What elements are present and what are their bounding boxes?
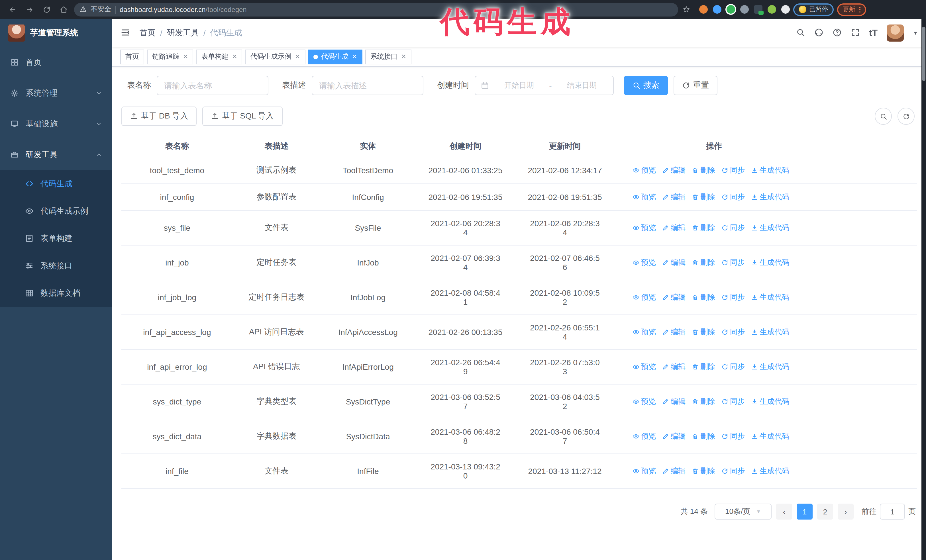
row-action-preview[interactable]: 预览	[632, 165, 656, 175]
row-action-delete[interactable]: 删除	[692, 223, 715, 233]
row-action-sync[interactable]: 同步	[722, 397, 745, 407]
row-action-delete[interactable]: 删除	[692, 165, 715, 175]
row-action-preview[interactable]: 预览	[632, 466, 656, 476]
row-action-preview[interactable]: 预览	[632, 258, 656, 268]
table-desc-input[interactable]	[312, 76, 424, 95]
row-action-generate[interactable]: 生成代码	[751, 165, 789, 175]
browser-update-button[interactable]: 更新	[837, 3, 866, 16]
row-action-sync[interactable]: 同步	[722, 292, 745, 302]
browser-menu-icon[interactable]	[859, 6, 861, 12]
row-action-delete[interactable]: 删除	[692, 431, 715, 442]
help-icon[interactable]	[832, 28, 842, 38]
tab-5[interactable]: 系统接口✕	[365, 49, 412, 64]
sidebar-item-0[interactable]: 首页	[0, 47, 112, 78]
row-action-generate[interactable]: 生成代码	[751, 362, 789, 372]
row-action-generate[interactable]: 生成代码	[751, 292, 789, 302]
row-action-edit[interactable]: 编辑	[662, 327, 685, 337]
app-logo[interactable]: 芋道管理系统	[0, 19, 112, 47]
reset-button[interactable]: 重置	[673, 76, 717, 95]
row-action-edit[interactable]: 编辑	[662, 165, 685, 175]
user-avatar[interactable]	[887, 24, 904, 42]
row-action-generate[interactable]: 生成代码	[751, 431, 789, 442]
page-button-2[interactable]: 2	[817, 504, 833, 519]
white-puzzle-extension-icon[interactable]	[781, 5, 790, 14]
row-action-edit[interactable]: 编辑	[662, 292, 685, 302]
row-action-delete[interactable]: 删除	[692, 258, 715, 268]
green-shield-extension-icon[interactable]	[726, 5, 735, 14]
row-action-edit[interactable]: 编辑	[662, 466, 685, 476]
page-size-select[interactable]: 10条/页 ▼	[714, 504, 772, 519]
sidebar-subitem-3[interactable]: 系统接口	[0, 252, 112, 280]
row-action-sync[interactable]: 同步	[722, 466, 745, 476]
reload-icon[interactable]	[40, 3, 54, 16]
row-action-preview[interactable]: 预览	[632, 192, 656, 202]
refresh-table-icon[interactable]	[897, 108, 915, 125]
row-action-preview[interactable]: 预览	[632, 292, 656, 302]
blue-gem-extension-icon[interactable]	[713, 5, 722, 14]
fullscreen-icon[interactable]	[851, 28, 860, 38]
import-sql-button[interactable]: 基于 SQL 导入	[202, 107, 282, 126]
profile-paused-badge[interactable]: 已暂停	[793, 3, 834, 16]
back-icon[interactable]	[6, 3, 20, 16]
home-icon[interactable]	[57, 3, 71, 16]
row-action-edit[interactable]: 编辑	[662, 192, 685, 202]
sidebar-item-2[interactable]: 基础设施	[0, 109, 112, 140]
address-bar[interactable]: 不安全 dashboard.yudao.iocoder.cn/tool/code…	[74, 3, 678, 16]
sidebar-item-3[interactable]: 研发工具	[0, 140, 112, 171]
tab-2[interactable]: 表单构建✕	[196, 49, 242, 64]
tab-close-icon[interactable]: ✕	[352, 53, 357, 60]
next-page-button[interactable]: ›	[838, 504, 853, 519]
page-url[interactable]: dashboard.yudao.iocoder.cn/tool/codegen	[120, 5, 247, 14]
row-action-sync[interactable]: 同步	[722, 431, 745, 442]
security-label[interactable]: 不安全	[91, 5, 111, 14]
tab-3[interactable]: 代码生成示例✕	[245, 49, 305, 64]
sidebar-item-1[interactable]: 系统管理	[0, 78, 112, 109]
search-button[interactable]: 搜索	[624, 76, 668, 95]
green-robot-extension-icon[interactable]	[767, 5, 776, 14]
row-action-delete[interactable]: 删除	[692, 466, 715, 476]
row-action-sync[interactable]: 同步	[722, 327, 745, 337]
orange-extension-icon[interactable]	[699, 5, 708, 14]
date-range-picker[interactable]: 开始日期 - 结束日期	[475, 76, 614, 95]
scrollbar-thumb[interactable]	[922, 27, 925, 81]
row-action-preview[interactable]: 预览	[632, 397, 656, 407]
row-action-sync[interactable]: 同步	[722, 165, 745, 175]
row-action-edit[interactable]: 编辑	[662, 431, 685, 442]
tab-close-icon[interactable]: ✕	[401, 53, 406, 60]
breadcrumb-item-1[interactable]: 研发工具	[167, 28, 199, 38]
search-icon[interactable]	[796, 28, 805, 38]
tab-0[interactable]: 首页	[120, 49, 144, 64]
row-action-generate[interactable]: 生成代码	[751, 223, 789, 233]
row-action-generate[interactable]: 生成代码	[751, 466, 789, 476]
tab-close-icon[interactable]: ✕	[232, 53, 237, 60]
row-action-sync[interactable]: 同步	[722, 192, 745, 202]
row-action-delete[interactable]: 删除	[692, 362, 715, 372]
font-size-icon[interactable]: tT	[869, 28, 878, 38]
row-action-preview[interactable]: 预览	[632, 223, 656, 233]
start-date-placeholder[interactable]: 开始日期	[493, 80, 545, 91]
avatar-caret-down-icon[interactable]: ▼	[913, 30, 918, 36]
row-action-generate[interactable]: 生成代码	[751, 258, 789, 268]
tab-4[interactable]: 代码生成✕	[308, 49, 362, 64]
row-action-delete[interactable]: 删除	[692, 397, 715, 407]
tab-close-icon[interactable]: ✕	[295, 53, 300, 60]
scrollbar[interactable]	[921, 19, 926, 560]
row-action-generate[interactable]: 生成代码	[751, 192, 789, 202]
end-date-placeholder[interactable]: 结束日期	[557, 80, 607, 91]
row-action-preview[interactable]: 预览	[632, 362, 656, 372]
sidebar-subitem-1[interactable]: 代码生成示例	[0, 198, 112, 225]
page-button-1[interactable]: 1	[797, 504, 813, 519]
goto-page-input[interactable]	[880, 504, 905, 519]
row-action-edit[interactable]: 编辑	[662, 223, 685, 233]
row-action-sync[interactable]: 同步	[722, 258, 745, 268]
tab-close-icon[interactable]: ✕	[183, 53, 188, 60]
row-action-delete[interactable]: 删除	[692, 192, 715, 202]
row-action-edit[interactable]: 编辑	[662, 258, 685, 268]
sidebar-subitem-4[interactable]: 数据库文档	[0, 280, 112, 307]
sidebar-subitem-2[interactable]: 表单构建	[0, 225, 112, 252]
row-action-edit[interactable]: 编辑	[662, 362, 685, 372]
tab-1[interactable]: 链路追踪✕	[147, 49, 193, 64]
sidebar-subitem-0[interactable]: 代码生成	[0, 171, 112, 198]
row-action-preview[interactable]: 预览	[632, 431, 656, 442]
toggle-search-icon[interactable]	[875, 108, 892, 125]
